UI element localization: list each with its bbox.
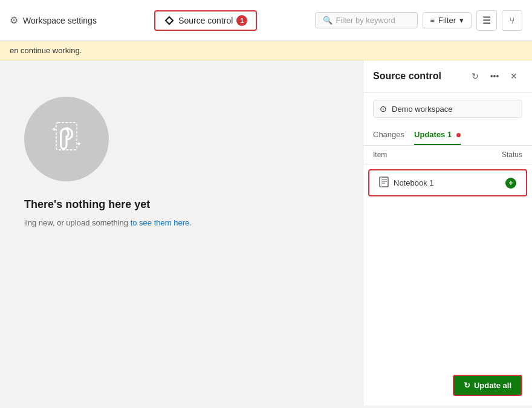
source-control-panel: Source control ↻ ••• ✕ ⊙ Demo workspace … (363, 60, 532, 406)
share-icon: ⑂ (510, 16, 514, 25)
empty-state: ✦ ✦ There's nothing here yet iing new, o… (24, 97, 192, 227)
item-column-header: Item (373, 151, 387, 159)
empty-state-link[interactable]: to see them here. (131, 218, 192, 227)
source-control-badge: 1 (236, 15, 247, 26)
panel-actions: ↻ ••• ✕ (467, 68, 522, 85)
notification-text: en continue working. (10, 46, 82, 55)
close-icon: ✕ (510, 71, 517, 81)
updates-dot (456, 133, 461, 137)
notification-bar: en continue working. (0, 41, 532, 60)
app-header: ⚙ Workspace settings Source control 1 🔍 … (0, 0, 532, 41)
refresh-icon: ↻ (472, 71, 479, 81)
search-placeholder: Filter by keyword (336, 16, 395, 25)
filter-icon: ≡ (430, 16, 435, 25)
update-all-label: Update all (474, 381, 511, 390)
close-panel-button[interactable]: ✕ (505, 68, 522, 85)
left-panel: ✦ ✦ There's nothing here yet iing new, o… (0, 60, 363, 406)
status-column-header: Status (502, 151, 522, 159)
header-center: Source control 1 (97, 10, 315, 31)
tab-changes[interactable]: Changes (373, 125, 404, 145)
search-icon: 🔍 (323, 16, 332, 25)
gear-icon: ⚙ (10, 15, 18, 26)
empty-state-icon: ✦ ✦ (24, 97, 109, 181)
tab-changes-label: Changes (373, 130, 404, 139)
items-table-header: Item Status (363, 146, 532, 164)
workspace-name: Demo workspace (392, 105, 452, 114)
search-box[interactable]: 🔍 Filter by keyword (315, 12, 418, 28)
more-options-button[interactable]: ••• (486, 68, 503, 85)
header-right: 🔍 Filter by keyword ≡ Filter ▾ ☰ ⑂ (315, 10, 522, 31)
menu-icon: ☰ (482, 15, 491, 26)
source-control-button[interactable]: Source control 1 (154, 10, 257, 31)
chevron-down-icon: ▾ (459, 16, 464, 25)
workspace-settings-nav[interactable]: ⚙ Workspace settings (10, 15, 97, 26)
tab-updates-label: Updates 1 (414, 130, 452, 139)
empty-state-title: There's nothing here yet (24, 198, 150, 211)
filter-label: Filter (438, 16, 456, 25)
share-button[interactable]: ⑂ (502, 10, 522, 31)
menu-button[interactable]: ☰ (476, 10, 497, 31)
paperclip-icon: ✦ ✦ (45, 118, 88, 160)
filter-button[interactable]: ≡ Filter ▾ (423, 12, 472, 28)
table-row[interactable]: Notebook 1 + (368, 169, 527, 196)
source-control-label: Source control (178, 16, 233, 25)
notebook-icon (379, 176, 389, 189)
empty-state-description: iing new, or upload something to see the… (24, 218, 192, 227)
svg-text:✦: ✦ (51, 126, 57, 133)
source-control-diamond-icon (164, 15, 175, 26)
refresh-button[interactable]: ↻ (467, 68, 484, 85)
empty-state-desc-before: iing new, or upload something (24, 218, 128, 227)
panel-header: Source control ↻ ••• ✕ (363, 60, 532, 92)
update-all-icon: ↻ (464, 381, 470, 390)
more-icon: ••• (490, 71, 499, 81)
panel-tabs: Changes Updates 1 (363, 125, 532, 146)
panel-title: Source control (373, 71, 441, 82)
status-badge: + (505, 178, 516, 189)
svg-rect-4 (381, 177, 382, 187)
item-name: Notebook 1 (394, 178, 434, 187)
workspace-settings-label: Workspace settings (23, 16, 97, 25)
update-all-button[interactable]: ↻ Update all (453, 375, 522, 396)
item-left: Notebook 1 (379, 176, 434, 189)
workspace-selector[interactable]: ⊙ Demo workspace (373, 100, 522, 118)
tab-updates[interactable]: Updates 1 (414, 125, 461, 145)
workspace-icon: ⊙ (380, 104, 387, 114)
main-content: ✦ ✦ There's nothing here yet iing new, o… (0, 60, 532, 406)
svg-text:✦: ✦ (76, 140, 82, 147)
panel-footer: ↻ Update all (363, 365, 532, 406)
